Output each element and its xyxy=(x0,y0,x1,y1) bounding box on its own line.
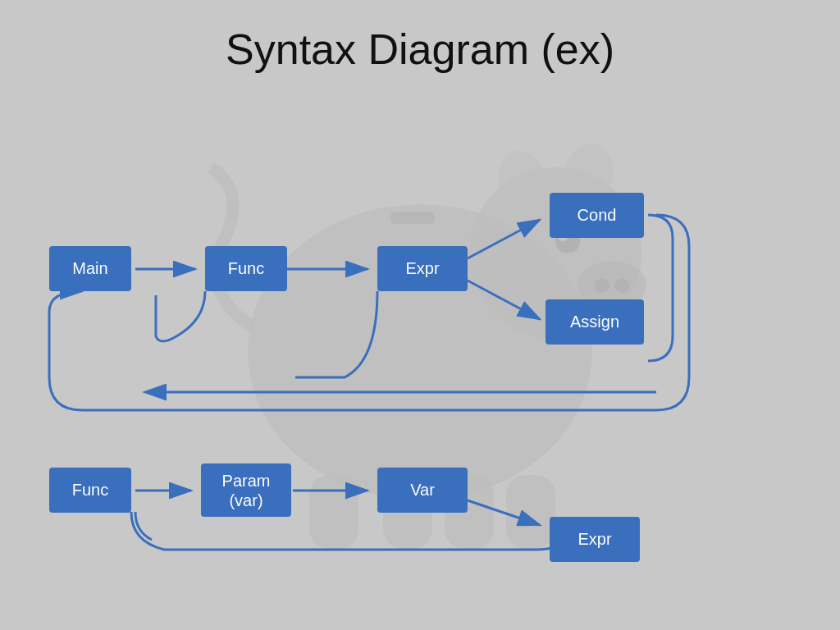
page-title: Syntax Diagram (ex) xyxy=(0,0,840,74)
node-main: Main xyxy=(49,246,131,291)
node-cond: Cond xyxy=(550,193,644,238)
svg-line-23 xyxy=(468,500,540,525)
node-expr1: Expr xyxy=(377,246,468,291)
node-func1: Func xyxy=(205,246,287,291)
node-assign: Assign xyxy=(546,299,644,345)
arrows-svg xyxy=(0,82,840,591)
node-var: Var xyxy=(377,468,468,513)
svg-line-19 xyxy=(468,220,540,258)
svg-line-20 xyxy=(468,281,540,319)
node-param: Param(var) xyxy=(201,463,291,517)
node-func2: Func xyxy=(49,468,131,513)
node-expr2: Expr xyxy=(550,517,640,562)
diagram-area: Main Func Expr Cond Assign Func Param(va… xyxy=(0,82,840,591)
